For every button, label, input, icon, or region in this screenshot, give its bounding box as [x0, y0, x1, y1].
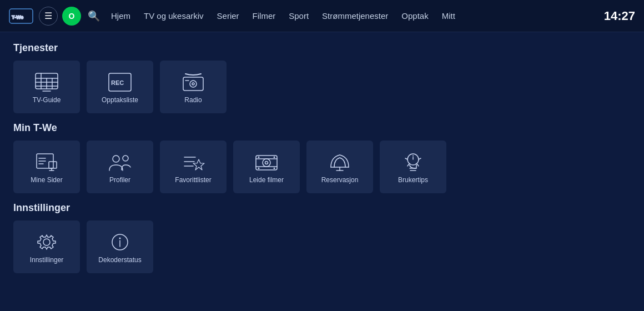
svg-line-47 — [417, 164, 419, 166]
card-label-radio: Radio — [184, 96, 202, 104]
tjenester-cards: TV-Guide REC Opptaksliste — [13, 61, 631, 113]
svg-point-23 — [113, 156, 119, 162]
card-label-tv-guide: TV-Guide — [33, 96, 61, 104]
radio-icon — [180, 71, 207, 94]
card-label-dekoderstatus: Dekoderstatus — [98, 256, 141, 264]
nav-tv-ukesarkiv[interactable]: TV og ukesarkiv — [144, 11, 204, 21]
card-label-leide-filmer: Leide filmer — [249, 176, 284, 184]
nav-mitt[interactable]: Mitt — [442, 11, 455, 21]
section-tjenester: Tjenester TV-Guide — [13, 42, 631, 113]
favorittlister-icon — [180, 151, 207, 174]
brukertips-icon — [400, 151, 426, 174]
svg-point-30 — [263, 159, 270, 167]
svg-point-24 — [123, 156, 128, 161]
nav-serier[interactable]: Serier — [217, 11, 239, 21]
card-opptaksliste[interactable]: REC Opptaksliste — [87, 61, 153, 113]
navbar: T-We ☰ O 🔍 Hjem TV og ukesarkiv Serier F… — [0, 0, 644, 32]
card-label-opptaksliste: Opptaksliste — [102, 96, 138, 104]
opptaksliste-icon: REC — [107, 71, 133, 94]
card-reservasjon[interactable]: Reservasjon — [306, 141, 373, 193]
min-t-we-cards: Mine Sider Profiler — [13, 141, 631, 193]
svg-rect-20 — [49, 162, 57, 168]
card-leide-filmer[interactable]: Leide filmer — [233, 141, 300, 193]
tv-guide-icon — [33, 71, 60, 94]
leide-filmer-icon — [253, 151, 280, 174]
nav-opptak[interactable]: Opptak — [401, 11, 428, 21]
mine-sider-icon — [33, 151, 60, 174]
section-title-tjenester: Tjenester — [13, 42, 631, 54]
nav-sport[interactable]: Sport — [289, 11, 309, 21]
profiler-icon — [107, 151, 133, 174]
time-display: 14:27 — [604, 9, 635, 23]
card-label-innstillinger: Innstillinger — [30, 256, 64, 264]
svg-marker-28 — [193, 159, 204, 170]
nav-strommetjenester[interactable]: Strømmetjenester — [322, 11, 388, 21]
card-label-brukertips: Brukertips — [398, 176, 428, 184]
card-label-favorittlister: Favorittlister — [175, 176, 211, 184]
innstillinger-cards: Innstillinger Dekoderstatus — [13, 220, 631, 273]
reservasjon-icon — [326, 151, 353, 174]
svg-point-14 — [192, 83, 194, 85]
card-dekoderstatus[interactable]: Dekoderstatus — [87, 220, 153, 273]
section-title-min-t-we: Min T-We — [13, 122, 631, 134]
svg-text:T-We: T-We — [12, 14, 23, 20]
svg-text:REC: REC — [111, 79, 124, 86]
svg-rect-12 — [183, 77, 203, 91]
card-label-profiler: Profiler — [109, 176, 130, 184]
svg-point-34 — [258, 156, 260, 158]
gear-icon — [33, 230, 60, 254]
o-button[interactable]: O — [62, 7, 81, 26]
svg-point-36 — [258, 167, 260, 169]
card-tv-guide[interactable]: TV-Guide — [13, 61, 80, 113]
card-profiler[interactable]: Profiler — [87, 141, 153, 193]
svg-point-35 — [274, 156, 275, 158]
o-label: O — [69, 12, 75, 21]
nav-hjem[interactable]: Hjem — [111, 11, 130, 21]
nav-filmer[interactable]: Filmer — [253, 11, 276, 21]
svg-line-46 — [407, 164, 409, 166]
search-icon: 🔍 — [88, 11, 100, 22]
hamburger-button[interactable]: ☰ — [39, 7, 58, 26]
card-label-reservasjon: Reservasjon — [321, 176, 359, 184]
search-button[interactable]: 🔍 — [88, 10, 100, 22]
card-favorittlister[interactable]: Favorittlister — [160, 141, 227, 193]
svg-point-31 — [265, 161, 268, 164]
section-title-innstillinger: Innstillinger — [13, 202, 631, 214]
section-min-t-we: Min T-We Mine Sider — [13, 122, 631, 193]
svg-point-50 — [43, 239, 50, 245]
main-content: Tjenester TV-Guide — [0, 32, 644, 311]
hamburger-icon: ☰ — [44, 11, 52, 21]
svg-point-13 — [190, 81, 197, 87]
info-icon — [107, 230, 133, 254]
card-innstillinger[interactable]: Innstillinger — [13, 220, 80, 273]
section-innstillinger: Innstillinger Innstillinger — [13, 202, 631, 273]
logo: T-We — [9, 8, 33, 24]
nav-links: Hjem TV og ukesarkiv Serier Filmer Sport… — [111, 11, 604, 21]
svg-point-53 — [119, 237, 121, 239]
svg-point-37 — [274, 167, 275, 169]
card-brukertips[interactable]: Brukertips — [380, 141, 446, 193]
card-label-mine-sider: Mine Sider — [31, 176, 62, 184]
card-radio[interactable]: Radio — [160, 61, 227, 113]
card-mine-sider[interactable]: Mine Sider — [13, 141, 80, 193]
